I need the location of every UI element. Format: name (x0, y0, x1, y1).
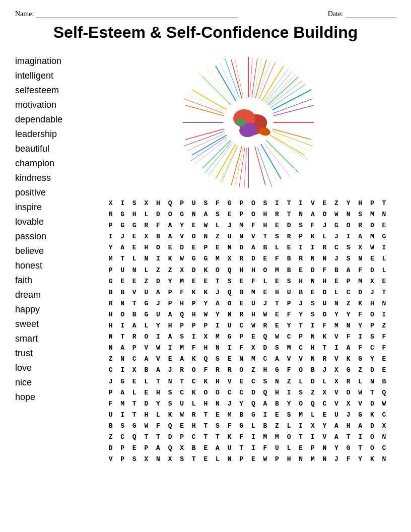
table-row: N A P V W I M F H N I F X D S M C H T I … (109, 343, 388, 354)
svg-line-25 (259, 62, 275, 99)
list-item: beautiful (15, 142, 96, 156)
svg-line-40 (250, 57, 252, 97)
svg-line-35 (191, 137, 226, 161)
table-row: X I S X H Q P U S F G P O S I T I V E Z … (109, 198, 388, 209)
svg-line-29 (273, 131, 313, 146)
svg-line-2 (262, 66, 284, 101)
svg-line-53 (220, 146, 237, 182)
table-row: H I A L Y H P P P I U C W R E Y T I F M … (109, 320, 388, 331)
list-item: lovable (15, 215, 96, 229)
table-row: C I X B A J R O F R R O Z H G F O B J X … (109, 365, 388, 376)
list-item: champion (15, 157, 96, 170)
table-row: Z C Q T T D P C T T K F I M M O T I V A … (109, 432, 388, 443)
table-row: D P E P A Q X B E A U T I F U L E P N Y … (109, 443, 388, 454)
svg-line-23 (231, 59, 242, 98)
table-row: N T R O I A S I X M G P E Q W C P N K V … (109, 331, 388, 343)
svg-line-36 (184, 131, 224, 146)
list-item: positive (15, 186, 96, 200)
table-row: J G E L T N T C K H V E C S N Z L D L X … (109, 376, 388, 387)
image-container (178, 52, 319, 193)
table-row: H O B G U A Q H W Y N R H W E F Y S O Y … (109, 309, 388, 320)
word-list: imaginationintelligentselfesteemmotivati… (15, 52, 96, 465)
list-item: motivation (15, 98, 96, 112)
list-item: trust (15, 347, 96, 360)
table-row: P U N L Z Z X D K O Q H H O M B E D F B … (109, 265, 388, 276)
muscle-icon (223, 97, 273, 148)
table-row: B S G W F Q E H T S F G L B Z L I X Y A … (109, 421, 388, 432)
list-item: love (15, 361, 96, 375)
list-item: smart (15, 332, 96, 346)
word-search-grid: X I S X H Q P U S F G P O S I T I V E Z … (109, 198, 388, 465)
list-item: leadership (15, 127, 96, 141)
svg-line-48 (271, 137, 308, 160)
table-row: Z N C A V E A K Q S E N M C A V V N R V … (109, 354, 388, 365)
svg-point-68 (236, 118, 246, 126)
header: Name: Date: (15, 10, 396, 18)
name-underline (36, 10, 238, 18)
svg-line-57 (187, 94, 225, 111)
svg-line-1 (255, 59, 266, 98)
table-row: I J E X B A V O N Z U N V T S R P K L J … (109, 231, 388, 242)
table-row: P A L E H S C K O O C C D Q H I S Z X V … (109, 387, 388, 398)
date-field: Date: (328, 10, 396, 18)
table-row: V P S X N X S T E L N P E W P H N M N J … (109, 454, 388, 465)
svg-line-27 (270, 84, 306, 108)
svg-line-20 (192, 90, 227, 110)
name-field: Name: (15, 10, 238, 18)
svg-line-17 (185, 129, 224, 140)
svg-line-45 (269, 81, 302, 106)
list-item: dependable (15, 113, 96, 126)
list-item: kindness (15, 171, 96, 185)
svg-line-16 (192, 135, 227, 155)
svg-line-7 (272, 129, 311, 140)
table-row: Y A E H O E D E P E N D A B L E I I R C … (109, 242, 388, 253)
svg-line-4 (272, 90, 311, 110)
list-item: selfesteem (15, 84, 96, 97)
table-row: R N T G J P H P Y A O E U J T P J S U N … (109, 298, 388, 309)
list-item: imagination (15, 54, 96, 68)
table-row: F M T D Y S U L H N J Y Q A B Y O Q C V … (109, 398, 388, 410)
content-area: imaginationintelligentselfesteemmotivati… (15, 52, 396, 465)
table-row: R G H L D O G N A S E P O H R T N A O W … (109, 209, 388, 220)
list-item: believe (15, 244, 96, 258)
name-label: Name: (15, 10, 34, 18)
list-item: sweet (15, 317, 96, 331)
date-underline (346, 10, 396, 18)
page-title: Self-Esteem & Self-Confidence Building (15, 23, 396, 42)
list-item: honest (15, 259, 96, 273)
svg-line-5 (273, 105, 314, 116)
table-row: B B V U A P F K K J Q B M E H U B E D L … (109, 287, 388, 298)
right-area: X I S X H Q P U S F G P O S I T I V E Z … (101, 52, 396, 465)
list-item: intelligent (15, 69, 96, 83)
svg-line-19 (185, 105, 224, 116)
table-row: P G G R F A Y E W L J M F H E D S F J G … (109, 220, 388, 231)
svg-line-42 (257, 61, 270, 99)
list-item: dream (15, 288, 96, 302)
list-item: happy (15, 303, 96, 316)
list-item: inspire (15, 201, 96, 214)
svg-line-51 (244, 148, 247, 187)
svg-line-11 (255, 147, 265, 185)
table-row: G E E Z D Y M E E T S E F L E S H N H E … (109, 276, 388, 287)
svg-line-8 (270, 135, 305, 155)
svg-line-56 (187, 134, 225, 151)
table-row: U I T H L K W R T E M B G I E S M L E U … (109, 410, 388, 421)
table-row: M T L N I K W G G M X R D E F B R N N J … (109, 253, 388, 264)
list-item: hope (15, 390, 96, 404)
list-item: faith (15, 274, 96, 287)
list-item: passion (15, 230, 96, 243)
date-label: Date: (328, 10, 343, 18)
svg-line-47 (272, 134, 310, 151)
svg-line-37 (184, 99, 224, 113)
list-item: nice (15, 376, 96, 389)
